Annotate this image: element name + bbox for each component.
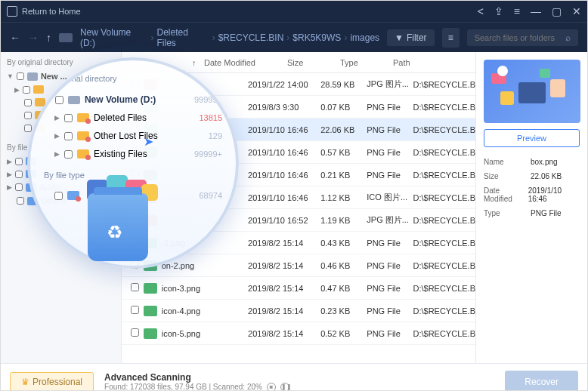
tree-item[interactable]: ▶ <box>1 83 121 96</box>
file-type: PNG File <box>367 306 413 316</box>
stop-icon[interactable]: ■ <box>267 383 276 392</box>
table-row[interactable]: 2019/1/10 16:4622.06 KBPNG FileD:\$RECYC… <box>122 119 475 141</box>
row-checkbox[interactable] <box>131 328 139 337</box>
funnel-icon: ▼ <box>395 32 404 43</box>
tree-item[interactable] <box>1 96 121 109</box>
row-checkbox[interactable] <box>131 192 139 201</box>
tree-item[interactable]: ▶ <box>1 168 121 180</box>
file-date: 2019/8/2 15:14 <box>248 306 320 316</box>
file-size: 22.06 KB <box>320 125 367 134</box>
row-checkbox[interactable] <box>131 79 139 88</box>
row-checkbox[interactable] <box>131 102 139 110</box>
col-type[interactable]: Type <box>334 58 387 67</box>
file-size: 0.46 KB <box>320 261 367 270</box>
sidebar-section-filetype: By file ... <box>1 140 121 155</box>
filter-button[interactable]: ▼ Filter <box>387 29 435 46</box>
table-row[interactable]: 2019/1/10 16:521.19 KBJPG 图片...D:\$RECYC… <box>122 209 475 232</box>
file-icon <box>144 215 157 226</box>
row-checkbox[interactable] <box>131 147 139 155</box>
file-size: 0.43 KB <box>320 239 367 248</box>
col-date[interactable]: Date Modified <box>198 58 281 67</box>
table-row[interactable]: 2019/1/10 16:461.12 KBICO 图片...D:\$RECYC… <box>122 186 475 209</box>
home-icon[interactable] <box>7 6 17 17</box>
file-icon <box>144 328 157 339</box>
row-checkbox[interactable] <box>131 125 139 133</box>
pause-icon[interactable]: ❚❚ <box>280 383 289 392</box>
file-type: PNG File <box>367 171 413 180</box>
table-row[interactable]: 2019/1/10 16:460.21 KBPNG FileD:\$RECYCL… <box>122 164 475 186</box>
row-checkbox[interactable] <box>131 306 139 314</box>
table-row[interactable]: 2019/1/10 16:460.57 KBPNG FileD:\$RECYCL… <box>122 141 475 164</box>
table-row[interactable]: icon-5.png2019/8/2 15:140.52 KBPNG FileD… <box>122 322 475 345</box>
file-type: PNG File <box>367 284 413 293</box>
file-date: 2019/1/10 16:46 <box>248 125 320 134</box>
file-name: -1.png <box>162 239 248 248</box>
row-checkbox[interactable] <box>131 170 139 178</box>
file-path: D:\$RECYCLE.B <box>413 125 475 134</box>
menu-icon[interactable]: ≡ <box>514 5 520 17</box>
up-button[interactable]: ↑ <box>46 32 51 44</box>
tree-item[interactable] <box>1 109 121 122</box>
search-icon[interactable]: ⌕ <box>565 32 571 43</box>
row-checkbox[interactable] <box>131 283 139 291</box>
file-size: 0.21 KB <box>320 171 367 180</box>
file-size: 28.59 KB <box>320 80 367 89</box>
file-type: JPG 图片... <box>367 214 413 226</box>
tree-item[interactable]: ▶ <box>1 155 121 168</box>
list-icon: ≡ <box>448 32 453 43</box>
close-icon[interactable]: ✕ <box>572 5 581 17</box>
drive-icon <box>59 33 73 42</box>
table-row[interactable]: icon-4.png2019/8/2 15:140.23 KBPNG FileD… <box>122 300 475 322</box>
share-icon[interactable]: < <box>478 5 484 17</box>
search-input[interactable] <box>475 33 558 42</box>
file-date: 2019/8/2 15:14 <box>248 239 320 248</box>
tree-item-new-volume[interactable]: ▼New ... <box>1 69 121 83</box>
sidebar-section-directory: By original directory <box>1 55 121 69</box>
sort-indicator[interactable]: ↑ <box>186 58 198 67</box>
file-date: 2019/1/10 16:46 <box>248 171 320 180</box>
file-icon <box>144 170 157 180</box>
file-size: 1.12 KB <box>320 193 367 202</box>
file-size: 0.57 KB <box>320 148 367 157</box>
file-type: JPG 图片... <box>367 79 413 90</box>
col-path[interactable]: Path <box>387 58 475 67</box>
crown-icon: ♛ <box>21 377 29 387</box>
row-checkbox[interactable] <box>131 238 139 246</box>
file-type: PNG File <box>367 125 413 134</box>
preview-button[interactable]: Preview <box>484 129 580 147</box>
file-type: PNG File <box>367 239 413 248</box>
file-icon <box>144 147 157 158</box>
row-checkbox[interactable] <box>131 215 139 223</box>
table-row[interactable]: -1.png2019/8/2 15:140.43 KBPNG FileD:\$R… <box>122 232 475 254</box>
minimize-icon[interactable]: — <box>531 5 541 17</box>
breadcrumb[interactable]: New Volume (D:)› Deleted Files› $RECYCLE… <box>80 27 379 48</box>
tree-item-audio[interactable]: ▶Audio <box>1 180 121 194</box>
file-icon <box>144 283 157 294</box>
tree-item-others[interactable]: Others <box>1 194 121 208</box>
return-home-link[interactable]: Return to Home <box>22 7 81 16</box>
file-path: D:\$RECYCLE.B <box>413 329 475 338</box>
table-row[interactable]: on-2.png2019/8/2 15:140.46 KBPNG FileD:\… <box>122 254 475 277</box>
table-body[interactable]: 2019/1/22 14:0028.59 KBJPG 图片...D:\$RECY… <box>122 73 475 363</box>
view-mode-button[interactable]: ≡ <box>442 28 460 48</box>
table-row[interactable]: 2019/8/3 9:300.07 KBPNG FileD:\$RECYCLE.… <box>122 96 475 119</box>
file-path: D:\$RECYCLE.B <box>413 284 475 293</box>
maximize-icon[interactable]: ▢ <box>552 5 562 17</box>
row-checkbox[interactable] <box>131 260 139 269</box>
search-box[interactable]: ⌕ <box>467 29 578 46</box>
file-date: 2019/1/10 16:46 <box>248 193 320 202</box>
table-row[interactable]: 2019/1/22 14:0028.59 KBJPG 图片...D:\$RECY… <box>122 73 475 96</box>
professional-button[interactable]: ♛ Professional <box>10 372 94 392</box>
file-date: 2019/8/2 15:14 <box>248 329 320 338</box>
file-icon <box>144 238 157 248</box>
col-size[interactable]: Size <box>281 58 334 67</box>
export-icon[interactable]: ⇪ <box>494 5 503 17</box>
back-button[interactable]: ← <box>10 32 20 44</box>
tree-item[interactable] <box>1 122 121 134</box>
table-row[interactable]: icon-3.png2019/8/2 15:140.47 KBPNG FileD… <box>122 277 475 300</box>
file-size: 1.19 KB <box>320 216 367 225</box>
file-date: 2019/1/10 16:52 <box>248 216 320 225</box>
file-path: D:\$RECYCLE.B <box>413 103 475 112</box>
forward-button[interactable]: → <box>28 32 39 44</box>
recover-button[interactable]: Recover <box>505 371 578 392</box>
